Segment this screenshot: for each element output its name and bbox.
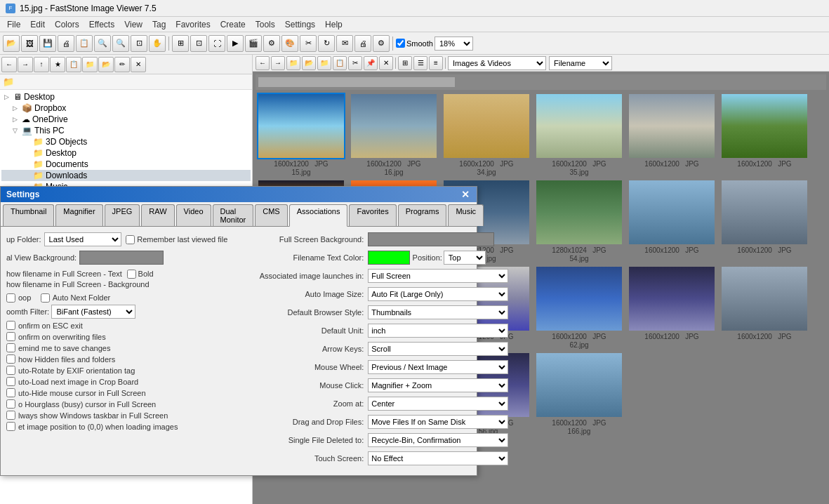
tab-dual-monitor[interactable]: Dual Monitor bbox=[213, 204, 254, 226]
tab-magnifier[interactable]: Magnifier bbox=[55, 204, 102, 226]
image-position-checkbox[interactable] bbox=[6, 422, 15, 431]
thumb-item-35[interactable]: 1600x1200 JPG 35.jpg bbox=[533, 93, 625, 176]
tb-zoom-out-btn[interactable]: 🔍 bbox=[112, 35, 129, 52]
thumb-item-54[interactable]: 1280x1024 JPG 54.jpg bbox=[533, 179, 625, 263]
thumb-item-34[interactable]: 1600x1200 JPG 34.jpg bbox=[441, 93, 532, 176]
tb-printer-btn[interactable]: 🖨 bbox=[354, 35, 371, 52]
img-tb-cut[interactable]: ✂ bbox=[348, 56, 362, 70]
autorotate-checkbox[interactable] bbox=[6, 366, 15, 375]
tree-item-thispc[interactable]: ▽ 💻 This PC bbox=[1, 125, 251, 136]
tb-color-btn[interactable]: 🎨 bbox=[281, 35, 298, 52]
img-tb-list[interactable]: ☰ bbox=[413, 56, 427, 70]
img-tb-back[interactable]: ← bbox=[256, 56, 270, 70]
img-tb-paste[interactable]: 📌 bbox=[364, 56, 378, 70]
startup-folder-select[interactable]: Last Used My Documents bbox=[44, 232, 121, 246]
autohide-cursor-checkbox[interactable] bbox=[6, 388, 15, 397]
tb-crop-btn[interactable]: ✂ bbox=[300, 35, 317, 52]
thumb-item-extra4[interactable]: 1600x1200 JPG bbox=[719, 179, 810, 263]
tb-gif-btn[interactable]: 🎬 bbox=[245, 35, 262, 52]
filename-color-swatch[interactable] bbox=[368, 251, 410, 265]
thumb-item-15[interactable]: 1600x1200 JPG 15.jpg bbox=[256, 93, 347, 176]
tab-music[interactable]: Music bbox=[448, 204, 484, 226]
autoload-crop-checkbox[interactable] bbox=[6, 377, 15, 386]
tb-thumbnail-btn[interactable]: 🖼 bbox=[21, 35, 38, 52]
nav-rename-btn[interactable]: ✏ bbox=[114, 57, 130, 72]
zoom-at-select[interactable]: Center Cursor bbox=[368, 397, 508, 411]
default-browser-select[interactable]: Thumbnails List Details bbox=[368, 305, 508, 319]
tab-jpeg[interactable]: JPEG bbox=[105, 204, 140, 226]
img-tb-detail[interactable]: ≡ bbox=[429, 56, 443, 70]
nav-back-btn[interactable]: ← bbox=[1, 57, 17, 72]
loop-checkbox[interactable] bbox=[6, 293, 15, 303]
nav-fav-btn[interactable]: ★ bbox=[50, 57, 65, 72]
tab-raw[interactable]: RAW bbox=[141, 204, 174, 226]
tb-save-btn[interactable]: 💾 bbox=[39, 35, 56, 52]
menu-favorites[interactable]: Favorites bbox=[171, 18, 214, 31]
taskbar-checkbox[interactable] bbox=[6, 411, 15, 420]
tb-email-btn[interactable]: ✉ bbox=[336, 35, 353, 52]
menu-tag[interactable]: Tag bbox=[148, 18, 170, 31]
autonext-checkbox[interactable] bbox=[41, 293, 50, 303]
thumb-item-16[interactable]: 1600x1200 JPG 16.jpg bbox=[348, 93, 439, 176]
img-tb-delete[interactable]: ✕ bbox=[379, 56, 393, 70]
menu-edit[interactable]: Edit bbox=[26, 18, 49, 31]
thumb-item-extra3[interactable]: 1600x1200 JPG bbox=[626, 179, 717, 263]
auto-image-size-select[interactable]: Auto Fit (Large Only) Auto Fit Actual Si… bbox=[368, 287, 508, 301]
thumb-item-extra5[interactable]: 1600x1200 JPG bbox=[626, 265, 717, 349]
nav-copy-btn[interactable]: 📋 bbox=[66, 57, 81, 72]
filter-select[interactable]: BiFant (Fastest) Lanczos Bicubic bbox=[51, 305, 135, 319]
settings-close-button[interactable]: ✕ bbox=[460, 189, 471, 200]
assoc-launches-select[interactable]: Full Screen Viewer Browser bbox=[368, 269, 508, 283]
tb-fullscreen-btn[interactable]: ⛶ bbox=[208, 35, 225, 52]
arrow-keys-select[interactable]: Scroll Previous / Next Image bbox=[368, 342, 508, 356]
default-unit-select[interactable]: inch cm mm pixel bbox=[368, 324, 508, 338]
mouse-wheel-select[interactable]: Previous / Next Image Zoom Scroll bbox=[368, 360, 508, 374]
tree-item-documents[interactable]: 📁 Documents bbox=[1, 159, 251, 170]
menu-tools[interactable]: Tools bbox=[251, 18, 279, 31]
tab-programs[interactable]: Programs bbox=[398, 204, 447, 226]
thumb-item-extra1[interactable]: 1600x1200 JPG bbox=[626, 93, 717, 176]
menu-file[interactable]: File bbox=[3, 18, 25, 31]
tree-item-onedrive[interactable]: ▷ ☁ OneDrive bbox=[1, 114, 251, 125]
tb-star-btn[interactable]: ⚙ bbox=[263, 35, 280, 52]
nav-up-btn[interactable]: ↑ bbox=[34, 57, 49, 72]
nav-move-btn[interactable]: 📁 bbox=[82, 57, 98, 72]
thumb-item-extra6[interactable]: 1600x1200 JPG bbox=[719, 265, 810, 349]
img-tb-forward[interactable]: → bbox=[271, 56, 285, 70]
tree-item-dropbox[interactable]: ▷ 📦 Dropbox bbox=[1, 102, 251, 114]
confirm-esc-checkbox[interactable] bbox=[6, 321, 15, 330]
sort-select[interactable]: Filename Date Size bbox=[549, 56, 612, 70]
tab-cms[interactable]: CMS bbox=[255, 204, 287, 226]
tb-print-btn[interactable]: 🖨 bbox=[58, 35, 74, 52]
tb-zoom-in-btn[interactable]: 🔍 bbox=[94, 35, 111, 52]
tree-item-3dobjects[interactable]: 📁 3D Objects bbox=[1, 136, 251, 147]
smooth-checkbox[interactable] bbox=[396, 39, 405, 48]
hidden-files-checkbox[interactable] bbox=[6, 354, 15, 364]
tree-item-desktop[interactable]: ▷ 🖥 Desktop bbox=[1, 91, 251, 102]
img-tb-grid[interactable]: ⊞ bbox=[398, 56, 412, 70]
tb-open-btn[interactable]: 📂 bbox=[3, 35, 20, 52]
nav-newfolder-btn[interactable]: 📂 bbox=[98, 57, 114, 72]
drag-drop-select[interactable]: Move Files If on Same Disk Copy Files As… bbox=[368, 415, 508, 429]
nav-forward-btn[interactable]: → bbox=[18, 57, 33, 72]
tb-copy-btn[interactable]: 📋 bbox=[76, 35, 93, 52]
tb-settings-btn[interactable]: ⚙ bbox=[373, 35, 390, 52]
tree-item-desktop2[interactable]: 📁 Desktop bbox=[1, 147, 251, 159]
mouse-click-select[interactable]: Magnifier + Zoom Previous / Next Image N… bbox=[368, 378, 508, 392]
img-tb-copy[interactable]: 📋 bbox=[333, 56, 347, 70]
tab-favorites[interactable]: Favorites bbox=[349, 204, 396, 226]
tab-associations[interactable]: Associations bbox=[289, 204, 348, 227]
menu-help[interactable]: Help bbox=[321, 18, 347, 31]
tb-stretch-btn[interactable]: ⊡ bbox=[190, 35, 207, 52]
menu-colors[interactable]: Colors bbox=[51, 18, 84, 31]
img-tb-folder1[interactable]: 📁 bbox=[286, 56, 300, 70]
menu-effects[interactable]: Effects bbox=[85, 18, 119, 31]
view-bg-colorbox[interactable] bbox=[79, 251, 164, 265]
single-delete-select[interactable]: Recycle-Bin, Confirmation Recycle-Bin, N… bbox=[368, 433, 508, 447]
tb-rotate-btn[interactable]: ↻ bbox=[318, 35, 335, 52]
remember-file-checkbox[interactable] bbox=[126, 235, 135, 244]
tab-video[interactable]: Video bbox=[176, 204, 211, 226]
remind-save-checkbox[interactable] bbox=[6, 343, 15, 352]
tb-hand-btn[interactable]: ✋ bbox=[149, 35, 166, 52]
filter-select[interactable]: Images & Videos Images Only All Files bbox=[448, 56, 546, 70]
